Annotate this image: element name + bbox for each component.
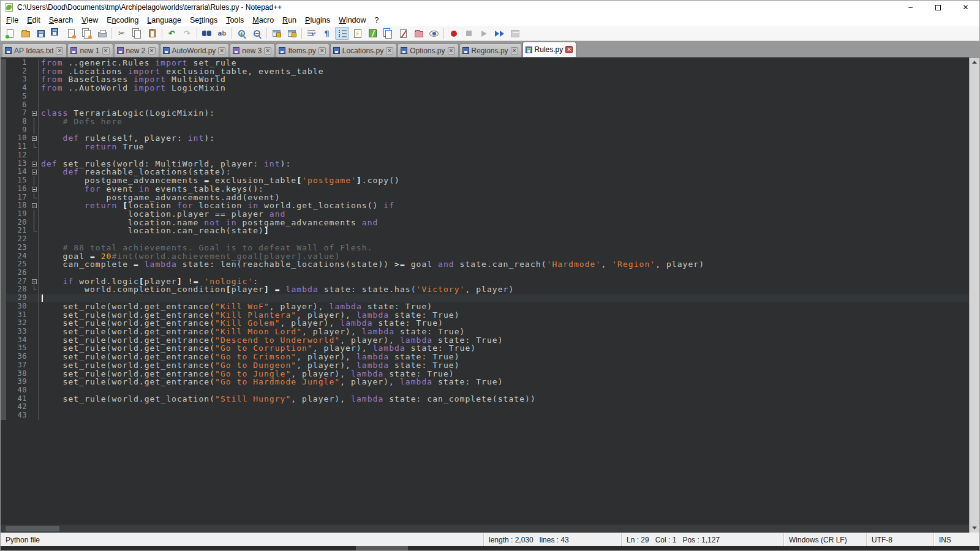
menu-language[interactable]: Language	[143, 15, 186, 26]
show-all-characters-icon[interactable]: ¶	[320, 27, 334, 40]
fold-margin[interactable]	[31, 302, 39, 311]
line-number[interactable]: 19	[6, 210, 31, 219]
code-line-40[interactable]: 40	[1, 386, 969, 395]
line-number[interactable]: 11	[6, 143, 31, 151]
line-number[interactable]: 29	[6, 294, 31, 302]
fold-margin[interactable]	[31, 336, 39, 345]
macro-run-multiple-icon[interactable]	[492, 27, 507, 40]
line-number[interactable]: 14	[6, 168, 31, 176]
code-line-13[interactable]: 13def set_rules(world: MultiWorld, playe…	[1, 160, 969, 168]
print-icon[interactable]	[95, 27, 109, 40]
line-number[interactable]: 5	[6, 92, 31, 101]
code-line-19[interactable]: 19 location.player == player and	[1, 210, 969, 219]
undo-icon[interactable]: ↶	[165, 27, 179, 40]
fold-margin[interactable]	[31, 101, 39, 110]
folder-as-workspace-icon[interactable]	[412, 27, 426, 40]
code-line-12[interactable]: 12	[1, 151, 969, 160]
bookmark-margin[interactable]	[1, 235, 6, 244]
code-line-22[interactable]: 22	[1, 235, 969, 244]
macro-save-icon[interactable]	[508, 27, 522, 40]
line-number[interactable]: 22	[6, 235, 31, 244]
code-line-27[interactable]: 27 if world.logic[player] != 'nologic':	[1, 277, 969, 286]
horizontal-scrollbar[interactable]	[1, 525, 969, 533]
show-indent-guide-icon[interactable]	[335, 27, 349, 40]
fold-margin[interactable]	[31, 370, 39, 378]
code-line-11[interactable]: 11 return True	[1, 143, 969, 151]
code-line-34[interactable]: 34 set_rule(world.get_entrance("Descend …	[1, 336, 969, 345]
code-line-33[interactable]: 33 set_rule(world.get_entrance("Kill Moo…	[1, 328, 969, 336]
replace-icon[interactable]: ab	[215, 27, 229, 40]
menu-help[interactable]: ?	[371, 15, 383, 26]
code-line-5[interactable]: 5	[1, 92, 969, 101]
line-number[interactable]: 16	[6, 185, 31, 193]
fold-collapse-icon[interactable]	[32, 279, 37, 284]
fold-margin[interactable]	[31, 411, 39, 420]
bookmark-margin[interactable]	[1, 378, 6, 386]
line-number[interactable]: 17	[6, 193, 31, 202]
code-line-4[interactable]: 4from ..AutoWorld import LogicMixin	[1, 84, 969, 92]
fold-collapse-icon[interactable]	[32, 162, 37, 167]
line-number[interactable]: 13	[6, 160, 31, 168]
bookmark-margin[interactable]	[1, 395, 6, 403]
zoom-in-icon[interactable]: +	[235, 27, 249, 40]
fold-margin[interactable]	[31, 160, 39, 168]
fold-margin[interactable]	[31, 319, 39, 328]
fold-collapse-icon[interactable]	[32, 187, 37, 192]
bookmark-margin[interactable]	[1, 109, 6, 118]
fold-margin[interactable]	[31, 59, 39, 67]
fold-margin[interactable]	[31, 285, 39, 294]
tab-close-icon[interactable]: ✕	[386, 47, 393, 54]
function-list-icon[interactable]	[396, 27, 410, 40]
code-line-2[interactable]: 2from .Locations import exclusion_table,…	[1, 67, 969, 76]
code-line-10[interactable]: 10 def rule(self, player: int):	[1, 134, 969, 143]
fold-margin[interactable]	[31, 244, 39, 252]
menu-run[interactable]: Run	[278, 15, 301, 26]
bookmark-margin[interactable]	[1, 344, 6, 353]
paste-icon[interactable]	[145, 27, 159, 40]
tab-close-icon[interactable]: ✕	[264, 47, 271, 54]
code-line-35[interactable]: 35 set_rule(world.get_entrance("Go to Co…	[1, 344, 969, 353]
line-number[interactable]: 15	[6, 176, 31, 185]
bookmark-margin[interactable]	[1, 185, 6, 193]
code-line-42[interactable]: 42	[1, 403, 969, 411]
tab-ap-ideas-txt[interactable]: AP Ideas.txt✕	[2, 43, 67, 57]
fold-margin[interactable]	[31, 134, 39, 143]
bookmark-margin[interactable]	[1, 277, 6, 286]
tab-close-icon[interactable]: ✕	[218, 47, 225, 54]
fold-margin[interactable]	[31, 185, 39, 193]
line-number[interactable]: 7	[6, 109, 31, 118]
fold-margin[interactable]	[31, 219, 39, 227]
code-line-14[interactable]: 14 def reachable_locations(state):	[1, 168, 969, 176]
fold-collapse-icon[interactable]	[32, 111, 37, 116]
line-number[interactable]: 10	[6, 134, 31, 143]
copy-icon[interactable]	[130, 27, 144, 40]
fold-margin[interactable]	[31, 227, 39, 235]
line-number[interactable]: 3	[6, 75, 31, 84]
find-icon[interactable]	[200, 27, 214, 40]
bookmark-margin[interactable]	[1, 59, 6, 67]
fold-margin[interactable]	[31, 294, 39, 302]
bookmark-margin[interactable]	[1, 151, 6, 160]
document-map-icon[interactable]	[366, 27, 380, 40]
bookmark-margin[interactable]	[1, 210, 6, 219]
redo-icon[interactable]: ↷	[180, 27, 194, 40]
code-line-21[interactable]: 21 location.can_reach(state)]	[1, 227, 969, 235]
code-line-18[interactable]: 18 return [location for location in worl…	[1, 201, 969, 210]
code-line-31[interactable]: 31 set_rule(world.get_entrance("Kill Pla…	[1, 311, 969, 320]
code-line-15[interactable]: 15 postgame_advancements = exclusion_tab…	[1, 176, 969, 185]
code-line-9[interactable]: 9	[1, 126, 969, 135]
fold-margin[interactable]	[31, 395, 39, 403]
scroll-down-arrow[interactable]	[970, 523, 979, 533]
tab-autoworld-py[interactable]: AutoWorld.py✕	[160, 43, 230, 57]
tab-new-3[interactable]: new 3✕	[230, 43, 275, 57]
tab-close-icon[interactable]: ✕	[102, 47, 110, 54]
code-line-17[interactable]: 17 postgame_advancements.add(event)	[1, 193, 969, 202]
fold-collapse-icon[interactable]	[32, 136, 37, 141]
fold-margin[interactable]	[31, 126, 39, 135]
bookmark-margin[interactable]	[1, 219, 6, 227]
tab-close-icon[interactable]: ✕	[56, 47, 63, 54]
menu-encoding[interactable]: Encoding	[102, 15, 143, 26]
tab-new-2[interactable]: new 2✕	[114, 43, 159, 57]
bookmark-margin[interactable]	[1, 252, 6, 261]
line-number[interactable]: 18	[6, 201, 31, 210]
